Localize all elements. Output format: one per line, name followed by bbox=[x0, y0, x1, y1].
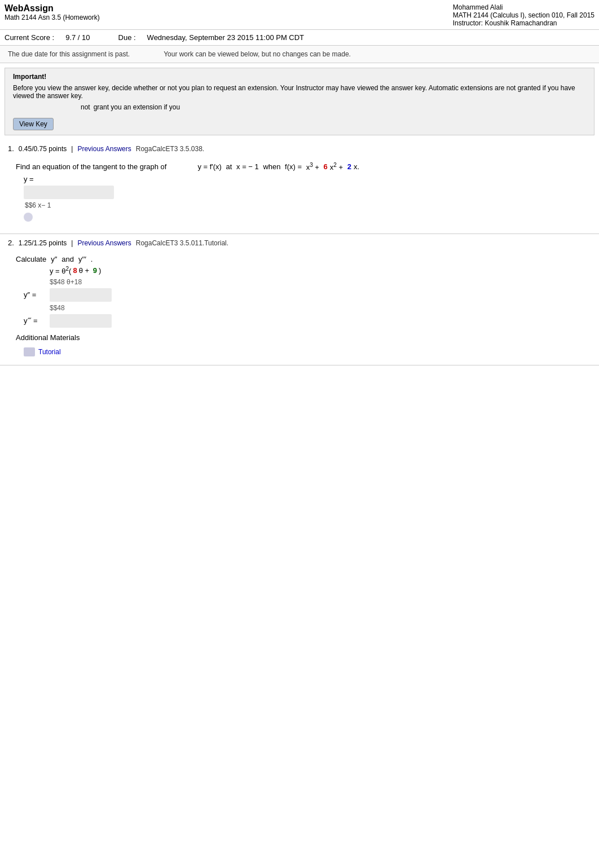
problem-1-prev-answers-link[interactable]: Previous Answers bbox=[77, 145, 131, 153]
problem-1-desc: Find an equation of the tangent to the g… bbox=[16, 162, 166, 171]
problem-1-eq2: x = − 1 bbox=[236, 162, 259, 171]
problem-1-answer-label: y = bbox=[24, 175, 591, 183]
problem-1-header: 1. 0.45/0.75 points | Previous Answers R… bbox=[8, 144, 591, 153]
problem-2-ref: RogaCalcET3 3.5.011.Tutorial. bbox=[136, 239, 228, 247]
current-score-value: 9.7 / 10 bbox=[65, 33, 90, 42]
problem-2-header: 2. 1.25/1.25 points | Previous Answers R… bbox=[8, 239, 591, 247]
important-label: Important! bbox=[13, 73, 46, 81]
problem-2-y-hint: $$48 θ+18 bbox=[50, 278, 591, 286]
problem-1-ref: RogaCalcET3 3.5.038. bbox=[136, 145, 204, 153]
problem-2-calc-row: Calculate y″ and y′′′ . bbox=[16, 255, 591, 263]
app-title: WebAssign bbox=[5, 3, 100, 14]
notice-text2: Your work can be viewed below, but no ch… bbox=[164, 50, 351, 58]
problem-2-section: 2. 1.25/1.25 points | Previous Answers R… bbox=[0, 234, 599, 365]
problem-2-separator: | bbox=[71, 239, 73, 247]
important-text-row: Important! Before you view the answer ke… bbox=[13, 73, 586, 111]
problem-2-calc-label: Calculate bbox=[16, 255, 46, 263]
problem-2-and-text: and bbox=[61, 255, 74, 263]
score-row: Current Score : 9.7 / 10 Due : Wednesday… bbox=[0, 30, 599, 46]
problem-1-section: 1. 0.45/0.75 points | Previous Answers R… bbox=[0, 140, 599, 234]
problem-2-y2-input bbox=[50, 288, 112, 302]
problem-1-answer-hint: $$6 x− 1 bbox=[25, 201, 591, 209]
problem-2-y2-label: y″ = bbox=[24, 290, 46, 299]
problem-1-points: 0.45/0.75 points bbox=[19, 145, 67, 153]
tutorial-link[interactable]: Tutorial bbox=[24, 347, 61, 356]
problem-1-eq3: f(x) = bbox=[285, 162, 302, 171]
problem-2-body: Calculate y″ and y′′′ . y = θ2(8θ + 9) $… bbox=[8, 252, 591, 360]
tutorial-icon bbox=[24, 347, 35, 356]
problem-1-separator: | bbox=[71, 145, 73, 153]
important-bar: Important! Before you view the answer ke… bbox=[5, 68, 594, 135]
problem-1-eq1: y = f′(x) bbox=[197, 162, 222, 171]
important-body-text: Before you view the answer key, decide w… bbox=[13, 84, 586, 100]
current-score-label: Current Score : bbox=[5, 33, 54, 42]
problem-1-input-blurred bbox=[24, 186, 114, 199]
problem-1-number: 1. bbox=[8, 144, 14, 153]
additional-materials-label: Additional Materials bbox=[16, 333, 591, 342]
problem-1-answer-area: y = $$6 x− 1 bbox=[24, 175, 591, 223]
user-instructor: Instructor: Koushik Ramachandran bbox=[453, 19, 594, 27]
problem-2-number: 2. bbox=[8, 239, 14, 247]
problem-2-points: 1.25/1.25 points bbox=[19, 239, 67, 247]
problem-2-y3-symbol: y′′′ bbox=[78, 255, 86, 263]
problem-1-body: Find an equation of the tangent to the g… bbox=[8, 157, 591, 229]
problem-2-prev-answers-link[interactable]: Previous Answers bbox=[77, 239, 131, 247]
ext-not-text: not bbox=[81, 103, 90, 111]
notice-bar: The due date for this assignment is past… bbox=[0, 46, 599, 63]
problem-1-equation: Find an equation of the tangent to the g… bbox=[16, 162, 591, 171]
due-label: Due : bbox=[118, 33, 136, 42]
problem-2-y-equation: y = θ2(8θ + 9) bbox=[50, 266, 591, 275]
problem-2-y2-row: y″ = bbox=[16, 288, 591, 302]
user-course: MATH 2144 (Calculus I), section 010, Fal… bbox=[453, 11, 594, 19]
additional-materials-section: Additional Materials Tutorial bbox=[16, 333, 591, 358]
view-key-button[interactable]: View Key bbox=[13, 118, 54, 130]
ext-suffix-text: grant you an extension if you bbox=[94, 103, 180, 111]
notice-text1: The due date for this assignment is past… bbox=[8, 50, 130, 58]
problem-2-y2-hint: $$48 bbox=[50, 304, 591, 312]
app-subtitle: Math 2144 Asn 3.5 (Homework) bbox=[5, 14, 100, 21]
problem-2-y2-symbol: y″ bbox=[51, 255, 57, 263]
page-header: WebAssign Math 2144 Asn 3.5 (Homework) M… bbox=[0, 0, 599, 30]
app-title-section: WebAssign Math 2144 Asn 3.5 (Homework) bbox=[5, 3, 100, 27]
problem-2-y3-label: y‴ = bbox=[24, 316, 46, 325]
user-info: Mohammed Alali MATH 2144 (Calculus I), s… bbox=[453, 3, 594, 27]
problem-2-y3-row: y‴ = bbox=[16, 314, 591, 328]
problem-1-dot bbox=[24, 213, 33, 222]
due-value: Wednesday, September 23 2015 11:00 PM CD… bbox=[147, 33, 304, 42]
user-name: Mohammed Alali bbox=[453, 3, 594, 11]
problem-2-y3-input bbox=[50, 314, 112, 328]
tutorial-label: Tutorial bbox=[38, 348, 61, 356]
